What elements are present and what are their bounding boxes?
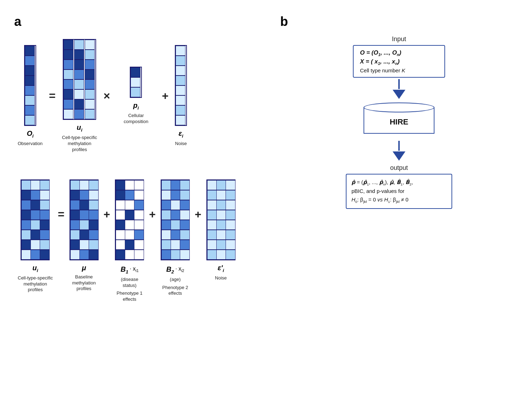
eq2-xi1: · xi1 <box>130 266 139 273</box>
eq2-B1-disease: (diseasestatus) <box>121 277 138 289</box>
equation-2: ui Cell-type-specificmethylationprofiles… <box>18 172 266 303</box>
eq2-ui-sublabel: Cell-type-specificmethylationprofiles <box>18 275 53 293</box>
hire-cylinder: HIRE <box>364 102 434 138</box>
flowchart: Input O = (O1, ..., On) X = ( x1, ..., x… <box>339 35 459 209</box>
eq2-B2-sublabel: Phenotype 2effects <box>162 285 188 297</box>
eq2-plus1: + <box>104 208 110 221</box>
eq2-matrix-mu: μ Baselinemethylationprofiles <box>70 179 99 292</box>
output-line3: H0: βjkℓ = 0 vs H1: βjkℓ ≠ 0 <box>351 195 447 205</box>
output-line2: pBIC, and p-values for <box>351 187 447 195</box>
eq2-mu-sublabel: Baselinemethylationprofiles <box>72 274 95 292</box>
eq2-matrix-ui: ui Cell-type-specificmethylationprofiles <box>18 179 53 293</box>
arrow-2 <box>393 141 405 161</box>
Oi-label: Oi <box>27 129 33 139</box>
ui-sublabel: Cell-type-specificmethylationprofiles <box>62 135 97 153</box>
panel-a: a Oi Observation = <box>7 11 273 388</box>
eq1-plus: + <box>162 89 168 102</box>
eq2-B1-sublabel: Phenotype 1effects <box>117 290 143 303</box>
matrix-pi: pi Cellular composition <box>116 67 155 125</box>
epsi-sublabel: Noise <box>175 141 187 147</box>
eq2-epsprime-sublabel: Noise <box>215 275 227 281</box>
matrix-ui: ui Cell-type-specificmethylationprofiles <box>62 39 97 153</box>
eq1-equals: = <box>49 89 56 102</box>
eq2-B1-label: B1 <box>121 265 128 275</box>
pi-label: pi <box>133 101 139 111</box>
input-line1: O = (O1, ..., On) <box>360 49 438 57</box>
eq2-B2-label: B2 <box>166 265 174 275</box>
matrix-epsi: εi Noise <box>175 45 187 147</box>
hire-label: HIRE <box>390 117 409 127</box>
eq2-plus2: + <box>149 208 156 221</box>
eq2-matrix-B1: B1 · xi1 (diseasestatus) Phenotype 1effe… <box>115 179 144 303</box>
eq2-matrix-B2: B2 · xi2 (age) Phenotype 2effects <box>161 179 190 297</box>
eq2-ui-label: ui <box>33 264 38 273</box>
input-line3: Cell type number K <box>360 67 438 73</box>
panel-b-label: b <box>280 14 288 29</box>
eq2-B2-age: (age) <box>170 277 181 283</box>
eq1-times: × <box>104 89 110 102</box>
epsi-label: εi <box>179 129 183 139</box>
input-box: O = (O1, ..., On) X = ( x1, ..., xn) Cel… <box>353 45 445 78</box>
eq2-equals: = <box>58 208 65 221</box>
eq2-epsprime-label: ε'i <box>218 264 224 273</box>
panel-a-label: a <box>14 14 21 29</box>
eq2-matrix-epsprime: ε'i Noise <box>206 179 235 281</box>
panel-b: b Input O = (O1, ..., On) X = ( x1, ...,… <box>273 11 525 388</box>
pi-sublabel: Cellular composition <box>116 113 155 125</box>
output-box: p̂ = (p̂1, ..., p̂n), μ̂, B̂1, B̂2, pBIC… <box>346 174 452 209</box>
eq2-mu-label: μ <box>82 264 86 272</box>
Oi-sublabel: Observation <box>18 141 43 147</box>
input-line2: X = ( x1, ..., xn) <box>360 58 438 66</box>
eq2-plus3: + <box>195 208 201 221</box>
output-label: output <box>390 164 408 172</box>
input-label: Input <box>392 35 406 43</box>
equation-1: Oi Observation = ui <box>18 39 266 153</box>
matrix-Oi: Oi Observation <box>18 45 43 147</box>
output-line1: p̂ = (p̂1, ..., p̂n), μ̂, B̂1, B̂2, <box>351 178 447 187</box>
ui-label: ui <box>77 123 82 133</box>
eq2-xi2: · xi2 <box>175 266 184 273</box>
arrow-1 <box>393 79 405 100</box>
